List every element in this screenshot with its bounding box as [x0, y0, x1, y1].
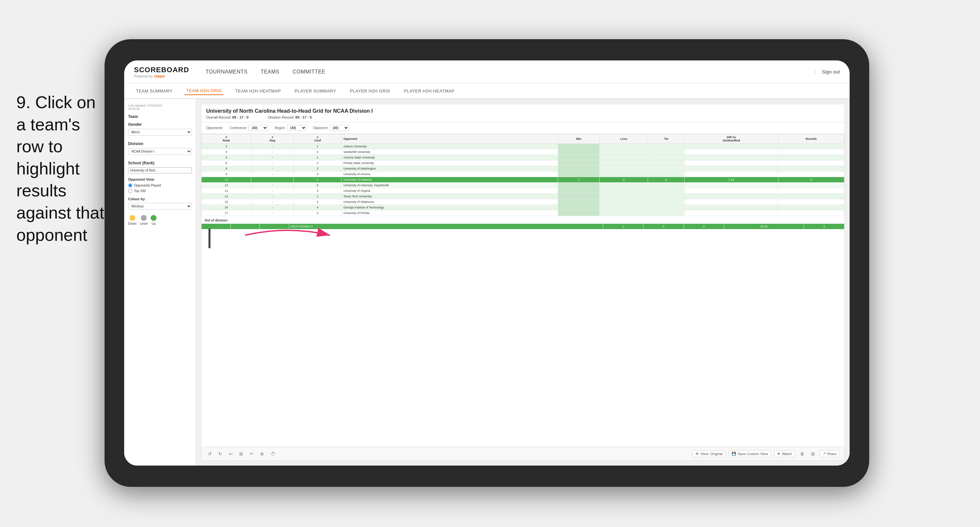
out-of-division-table: NCAA Division II 1 0 0 26.00 3	[201, 223, 845, 229]
left-panel: Last Updated: 27/03/2024 16:55:38 Team G…	[124, 99, 196, 466]
table-header-row: #Rank #Reg #Conf Opponent Win Loss Tie D…	[202, 134, 845, 144]
instruction-text: 9. Click on a team's row to highlight re…	[16, 91, 108, 246]
table-row[interactable]: 13-3University of Virginia	[202, 188, 845, 194]
ood-loss: 0	[643, 224, 684, 229]
undo-btn[interactable]: ↺	[206, 451, 213, 457]
share-btn[interactable]: ↗ Share	[820, 450, 840, 457]
colour-by-select[interactable]: Win/loss	[128, 203, 192, 210]
cell-rounds	[778, 194, 845, 199]
sign-out-link[interactable]: Sign out	[822, 69, 840, 75]
sub-nav-player-summary[interactable]: PLAYER SUMMARY	[293, 87, 338, 95]
division-select[interactable]: NCAA Division I	[128, 148, 192, 155]
save-icon: 💾	[732, 452, 736, 456]
table-row[interactable]: 3-2Vanderbilt University	[202, 149, 845, 155]
cell-diff	[685, 183, 778, 188]
grid-filters: Opponents: Conference (All) Region (All)	[201, 122, 845, 134]
table-row[interactable]: 6-2Florida State University	[202, 161, 845, 166]
sub-nav-team-h2h-grid[interactable]: TEAM H2H GRID	[184, 87, 224, 95]
table-row[interactable]: 2-1Auburn University	[202, 144, 845, 149]
cell-win	[558, 155, 600, 161]
table-row[interactable]: 17-2University of Florida	[202, 210, 845, 216]
cell-opponent: Arizona State University	[341, 155, 558, 161]
sub-nav-player-h2h-grid[interactable]: PLAYER H2H GRID	[348, 87, 393, 95]
out-of-division-row[interactable]: NCAA Division II 1 0 0 26.00 3	[202, 224, 845, 229]
cell-reg: -	[251, 205, 294, 210]
cell-opponent: University of Alabama	[341, 177, 558, 183]
cell-diff	[685, 144, 778, 149]
cell-tie	[648, 149, 685, 155]
sub-nav-team-h2h-heatmap[interactable]: TEAM H2H HEATMAP	[233, 87, 283, 95]
school-input[interactable]: University of Nort...	[128, 167, 192, 174]
cell-rounds	[778, 155, 845, 161]
logo-clippd: clippd	[154, 74, 164, 78]
watch-btn[interactable]: 👁 Watch	[774, 451, 795, 457]
table-icon[interactable]: ⊞	[810, 451, 817, 457]
redo-btn[interactable]: ↻	[216, 451, 224, 457]
cell-diff	[685, 149, 778, 155]
ood-rounds: 3	[804, 224, 845, 229]
cell-rank: 15	[202, 199, 251, 205]
cell-rounds	[778, 172, 845, 177]
col-rank: #Rank	[202, 134, 251, 144]
cell-conf: 3	[294, 172, 341, 177]
opponent-view-title: Opponent View	[128, 177, 192, 182]
cell-rank: 16	[202, 205, 251, 210]
table-scroll-area: #Rank #Reg #Conf Opponent Win Loss Tie D…	[201, 134, 845, 447]
cell-win	[558, 149, 600, 155]
view-original-btn[interactable]: 👁 View: Original	[692, 451, 725, 457]
cell-opponent: Texas Tech University	[341, 194, 558, 199]
gender-select[interactable]: Men's	[128, 129, 192, 135]
cell-reg: -	[251, 194, 294, 199]
table-row[interactable]: 8-2University of Washington	[202, 166, 845, 172]
cell-opponent: University of Washington	[341, 166, 558, 172]
cell-conf: 6	[294, 183, 341, 188]
cell-opponent: University of Arizona	[341, 172, 558, 177]
table-row[interactable]: 15-2University of Oklahoma	[202, 199, 845, 205]
table-row[interactable]: 12-6University of Arkansas, Fayetteville	[202, 183, 845, 188]
cell-win	[558, 144, 600, 149]
cell-tie	[648, 172, 685, 177]
main-content: Last Updated: 27/03/2024 16:55:38 Team G…	[124, 99, 850, 466]
clock-btn[interactable]: ⏱	[269, 451, 277, 457]
sub-nav-player-h2h-heatmap[interactable]: PLAYER H2H HEATMAP	[402, 87, 456, 95]
cell-win: 3	[558, 177, 600, 183]
cell-tie	[648, 210, 685, 216]
cut-btn[interactable]: ✂	[248, 451, 255, 457]
table-row[interactable]: 16-4Georgia Institute of Technology	[202, 205, 845, 210]
cell-win	[558, 210, 600, 216]
cell-rounds	[778, 210, 845, 216]
nav-teams[interactable]: TEAMS	[261, 67, 280, 76]
cell-win	[558, 188, 600, 194]
cell-rank: 2	[202, 144, 251, 149]
cell-rank: 8	[202, 166, 251, 172]
col-reg: #Reg	[251, 134, 294, 144]
cell-tie	[648, 144, 685, 149]
nav-right: | Sign out	[815, 69, 840, 75]
table-row[interactable]: 4-1Arizona State University	[202, 155, 845, 161]
time-btn[interactable]: ⊕	[258, 451, 266, 457]
conference-filter-select[interactable]: (All)	[248, 125, 268, 131]
region-filter-select[interactable]: (All)	[287, 125, 307, 131]
save-custom-view-btn[interactable]: 💾 Save Custom View	[729, 450, 771, 457]
table-row[interactable]: 14-1Texas Tech University	[202, 194, 845, 199]
cell-diff	[685, 161, 778, 166]
undo2-btn[interactable]: ↩	[227, 451, 234, 457]
nav-committee[interactable]: COMMITTEE	[293, 67, 326, 76]
cell-reg: -	[251, 149, 294, 155]
sub-nav-team-summary[interactable]: TEAM SUMMARY	[134, 87, 175, 95]
nav-tournaments[interactable]: TOURNAMENTS	[205, 67, 248, 76]
cell-loss	[600, 166, 648, 172]
cell-conf: 4	[294, 205, 341, 210]
legend-down-dot	[129, 215, 135, 221]
cell-reg: -	[251, 161, 294, 166]
copy-btn[interactable]: ⊞	[237, 451, 245, 457]
table-row[interactable]: 9-3University of Arizona	[202, 172, 845, 177]
monitor-icon[interactable]: 🖥	[798, 451, 806, 457]
region-filter: Region (All)	[275, 125, 307, 131]
opponent-filter-select[interactable]: (All)	[329, 125, 349, 131]
table-row[interactable]: 11-5University of Alabama3002.618	[202, 177, 845, 183]
cell-reg: -	[251, 183, 294, 188]
col-conf: #Conf	[294, 134, 341, 144]
nav-bar: SCOREBOARD Powered by clippd TOURNAMENTS…	[124, 61, 850, 83]
cell-reg: -	[251, 172, 294, 177]
